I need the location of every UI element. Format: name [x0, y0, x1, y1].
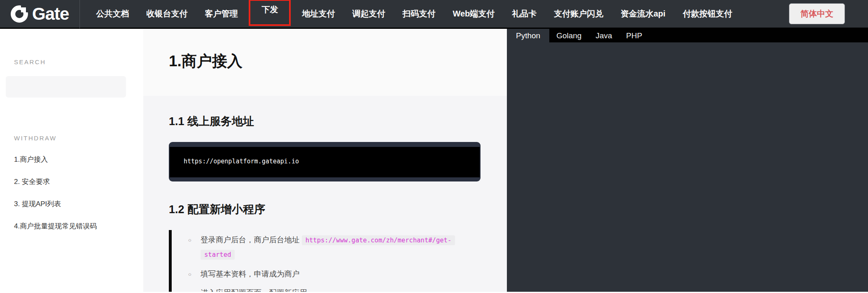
nav-item[interactable]: 调起支付 [343, 8, 394, 19]
nav-item[interactable]: 付款按钮支付 [674, 8, 741, 19]
language-switch-button[interactable]: 简体中文 [789, 3, 845, 24]
language-tab-bar: PythonGolangJavaPHP [507, 29, 868, 42]
inline-code: started [201, 250, 235, 260]
tab-java[interactable]: Java [588, 29, 619, 42]
sidebar-nav-list: 1.商户接入2. 安全要求3. 提现API列表4.商户批量提现常见错误码 [14, 155, 143, 231]
nav-divider [79, 0, 80, 28]
list-item-text: 填写基本资料，申请成为商户 [201, 270, 300, 278]
sidebar-item[interactable]: 4.商户批量提现常见错误码 [14, 221, 143, 231]
nav-menu: 公共文档收银台支付客户管理下发地址支付调起支付扫码支付Web端支付礼品卡支付账户… [87, 2, 741, 26]
steps-list: 登录商户后台，商户后台地址 https://www.gate.com/zh/me… [201, 233, 481, 292]
search-input[interactable] [6, 76, 126, 98]
top-navigation: Gate 公共文档收银台支付客户管理下发地址支付调起支付扫码支付Web端支付礼品… [0, 0, 868, 29]
list-item-text: 登录商户后台，商户后台地址 [201, 235, 302, 244]
nav-item-highlighted[interactable]: 下发 [249, 0, 291, 26]
gate-logo[interactable]: Gate [11, 0, 79, 28]
code-example-panel: PythonGolangJavaPHP [507, 29, 868, 292]
sidebar-item[interactable]: 3. 提现API列表 [14, 199, 143, 209]
sidebar: SEARCH WITHDRAW 1.商户接入2. 安全要求3. 提现API列表4… [0, 29, 143, 292]
page-title: 1.商户接入 [169, 51, 507, 72]
list-item-text: 进入应用配置页面，配置新应用 [201, 288, 307, 292]
nav-item[interactable]: 收银台支付 [138, 8, 196, 19]
service-url-code-block: https://openplatform.gateapi.io [169, 142, 481, 181]
list-item: 进入应用配置页面，配置新应用 [201, 286, 481, 292]
inline-code: https://www.gate.com/zh/merchant#/get- [302, 235, 455, 245]
nav-item[interactable]: 客户管理 [196, 8, 246, 19]
nav-item[interactable]: 礼品卡 [503, 8, 545, 19]
withdraw-section-label: WITHDRAW [14, 135, 143, 142]
nav-item[interactable]: Web端支付 [444, 8, 503, 19]
section-heading-service-url: 1.1 线上服务地址 [169, 114, 481, 129]
steps-blockquote: 登录商户后台，商户后台地址 https://www.gate.com/zh/me… [169, 230, 481, 292]
gate-logo-icon [11, 5, 28, 23]
sidebar-item[interactable]: 1.商户接入 [14, 155, 143, 164]
search-section-label: SEARCH [14, 58, 143, 65]
list-item: 登录商户后台，商户后台地址 https://www.gate.com/zh/me… [201, 233, 481, 261]
nav-item[interactable]: 扫码支付 [394, 8, 444, 19]
list-item: 填写基本资料，申请成为商户 [201, 267, 481, 280]
section-heading-configure-app: 1.2 配置新增小程序 [169, 202, 481, 217]
doc-content: 1.商户接入 1.1 线上服务地址 https://openplatform.g… [143, 29, 507, 292]
service-url-code: https://openplatform.gateapi.io [170, 147, 480, 177]
sidebar-item[interactable]: 2. 安全要求 [14, 177, 143, 186]
nav-item[interactable]: 支付账户闪兑 [545, 8, 612, 19]
gate-logo-text: Gate [32, 4, 69, 24]
tab-python[interactable]: Python [507, 29, 549, 42]
nav-item[interactable]: 地址支付 [293, 8, 343, 19]
tab-php[interactable]: PHP [619, 29, 649, 42]
nav-item[interactable]: 公共文档 [87, 8, 138, 19]
tab-golang[interactable]: Golang [549, 29, 588, 42]
nav-item[interactable]: 资金流水api [612, 8, 674, 19]
